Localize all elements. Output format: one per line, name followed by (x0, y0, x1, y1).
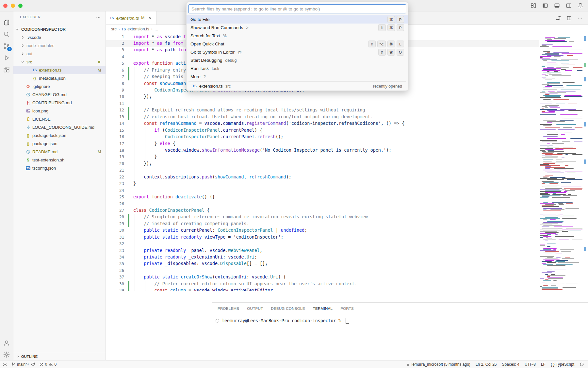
status-encoding[interactable]: UTF-8 (525, 362, 536, 367)
activity-source-control-icon[interactable]: 3 (0, 40, 13, 53)
quick-open-recent-item[interactable]: TS extension.ts src recently opened (188, 81, 406, 91)
tree-item-extension-ts[interactable]: TSextension.tsM (13, 66, 106, 74)
section-outline[interactable]: OUTLINE (13, 352, 106, 360)
quick-open-item-start-debugging[interactable]: Start Debuggingdebug (187, 56, 408, 64)
tab-close-icon[interactable] (148, 15, 152, 21)
open-changes-icon[interactable] (556, 15, 561, 21)
breadcrumb-label: src (111, 27, 117, 31)
code-line[interactable]: }); (133, 160, 152, 167)
tree-item-node-modules[interactable]: node_modules (13, 42, 106, 50)
quick-open-item-run-task[interactable]: Run Tasktask (187, 64, 408, 73)
breadcrumb-item-src[interactable]: src (111, 27, 117, 31)
code-line[interactable]: export function deactivate() {} (133, 194, 215, 200)
tree-item-package-lock-json[interactable]: {}package-lock.json (13, 131, 106, 140)
status-git-branch[interactable]: main*+ (11, 362, 35, 367)
code-line[interactable]: context.subscriptions.push(showCommand, … (133, 174, 291, 180)
customize-layout-icon[interactable] (531, 3, 536, 9)
code-line[interactable]: private _disposables: vscode.Disposable[… (133, 260, 268, 267)
code-line[interactable]: CodiconInspectorPanel.currentPanel.refre… (133, 134, 284, 140)
quick-open-item-go-to-symbol-in-editor[interactable]: Go to Symbol in Editor@⇧⌘O (187, 48, 408, 56)
activity-settings-icon[interactable] (0, 348, 13, 361)
code-line[interactable]: private readonly _extensionUri: vscode.U… (133, 254, 257, 260)
tree-item-tsconfig-json[interactable]: TStsconfig.json (13, 164, 106, 172)
toggle-primary-sidebar-icon[interactable] (542, 3, 548, 9)
terminal-content[interactable]: leemurray@Lees-MacBook-Pro codicon-inspe… (216, 318, 349, 324)
tree-root-codicon-inspector[interactable]: CODICON-INSPECTOR (13, 25, 106, 33)
code-line[interactable]: if (CodiconInspectorPanel.currentPanel) … (133, 127, 262, 134)
tree-item-readme-md[interactable]: README.mdM (13, 148, 106, 156)
code-line[interactable]: const column = vscode.window.activeTextE… (133, 287, 273, 291)
panel-tab-output[interactable]: OUTPUT (247, 305, 263, 312)
status-indentation[interactable]: Spaces: 4 (502, 362, 519, 367)
split-editor-icon[interactable] (566, 15, 572, 21)
code-line[interactable]: vscode.window.showInformationMessage('No… (133, 147, 391, 154)
tree-item-package-json[interactable]: {}package.json (13, 140, 106, 148)
quick-open-item-go-to-file[interactable]: Go to File⌘P (187, 15, 408, 24)
quick-open-item-open-quick-chat[interactable]: Open Quick Chat⇧⌥⌘L (187, 40, 408, 48)
status-feedback[interactable] (580, 362, 584, 367)
status-eol[interactable]: LF (541, 362, 546, 367)
activity-run-and-debug-icon[interactable] (0, 51, 13, 64)
quick-open-item-search-for-text[interactable]: Search for Text% (187, 32, 408, 40)
code-line[interactable]: }); (133, 93, 152, 100)
minimap-line (545, 96, 560, 97)
tree-item-changelog-md[interactable]: CHANGELOG.md (13, 91, 106, 99)
close-window-button[interactable] (3, 4, 8, 8)
tree-item--vscode[interactable]: .vscode (13, 33, 106, 42)
panel-tab-debug-console[interactable]: DEBUG CONSOLE (271, 305, 305, 312)
code-line[interactable]: } else { (133, 141, 175, 147)
code-line[interactable] (133, 267, 144, 274)
code-line[interactable]: const refreshCommand = vscode.commands.r… (133, 120, 404, 127)
quick-open-input[interactable] (188, 4, 406, 13)
activity-search-icon[interactable] (0, 28, 13, 41)
more-actions-icon[interactable] (577, 15, 583, 21)
status-problems[interactable]: 00 (39, 362, 57, 367)
toggle-secondary-sidebar-icon[interactable] (566, 3, 572, 9)
code-line[interactable]: public static currentPanel: CodiconInspe… (133, 227, 307, 234)
activity-extensions-icon[interactable] (0, 63, 13, 76)
code-line[interactable]: public static createOrShow(extensionUri:… (133, 274, 286, 280)
tree-item-metadata-json[interactable]: {}metadata.json (13, 74, 106, 82)
tree-item-local-codicons-guide-md[interactable]: LOCAL_CODICONS_GUIDE.md (13, 123, 106, 131)
code-line[interactable]: } (133, 180, 136, 187)
activity-accounts-icon[interactable] (0, 337, 13, 350)
code-line[interactable]: // extension host reload. Useful when it… (133, 114, 373, 120)
tree-item-out[interactable]: out (13, 50, 106, 58)
code-line[interactable]: // instead of creating competing panels. (133, 221, 249, 227)
code-line[interactable]: // Explicit refresh command allows re-re… (133, 107, 365, 113)
breadcrumb-item-extension.ts[interactable]: TSextension.ts (122, 27, 149, 31)
tree-item-test-extension-sh[interactable]: $test-extension.sh (13, 156, 106, 164)
status-language-mode[interactable]: { }TypeScript (551, 362, 574, 367)
minimap[interactable] (539, 33, 582, 291)
quick-open-item-more[interactable]: More? (187, 73, 408, 81)
status-git-blame[interactable]: lemurra_microsoft (5 months ago) (406, 362, 470, 367)
code-line[interactable] (133, 167, 144, 174)
breadcrumb-item-more[interactable]: … (155, 27, 159, 31)
code-line[interactable] (133, 100, 144, 107)
panel-tab-problems[interactable]: PROBLEMS (218, 305, 239, 312)
toggle-panel-icon[interactable] (554, 3, 560, 9)
status-remote-indicator[interactable] (3, 362, 7, 367)
tab-extension-ts[interactable]: TS extension.ts M (106, 11, 156, 25)
tree-item-icon-png[interactable]: icon.png (13, 107, 106, 115)
code-line[interactable] (133, 241, 144, 247)
tree-item--gitignore[interactable]: .gitignore (13, 82, 106, 91)
panel-tab-ports[interactable]: PORTS (340, 305, 354, 312)
code-line[interactable]: // Prefer current editor column so UI ap… (133, 281, 357, 287)
status-cursor-position[interactable]: Ln 2, Col 26 (476, 362, 497, 367)
code-line[interactable]: private readonly _panel: vscode.WebviewP… (133, 247, 262, 254)
zoom-window-button[interactable] (18, 4, 23, 8)
code-line[interactable]: // Singleton panel reference: command re… (133, 214, 368, 220)
tree-item-contributing-md[interactable]: CONTRIBUTING.md (13, 99, 106, 107)
quick-open-item-show-and-run-commands[interactable]: Show and Run Commands>⇧⌘P (187, 24, 408, 32)
explorer-more-actions-icon[interactable] (96, 14, 101, 20)
code-line[interactable]: public static readonly viewType = 'codic… (133, 234, 284, 241)
tree-item-license[interactable]: LICENSE (13, 115, 106, 123)
code-line[interactable]: } (133, 154, 157, 160)
notifications-bell-icon[interactable] (578, 3, 583, 9)
minimize-window-button[interactable] (11, 4, 15, 8)
activity-explorer-icon[interactable] (0, 16, 13, 29)
tree-item-src[interactable]: src (13, 58, 106, 66)
panel-tab-terminal[interactable]: TERMINAL (313, 305, 333, 312)
code-line[interactable]: class CodiconInspectorPanel { (133, 207, 210, 214)
